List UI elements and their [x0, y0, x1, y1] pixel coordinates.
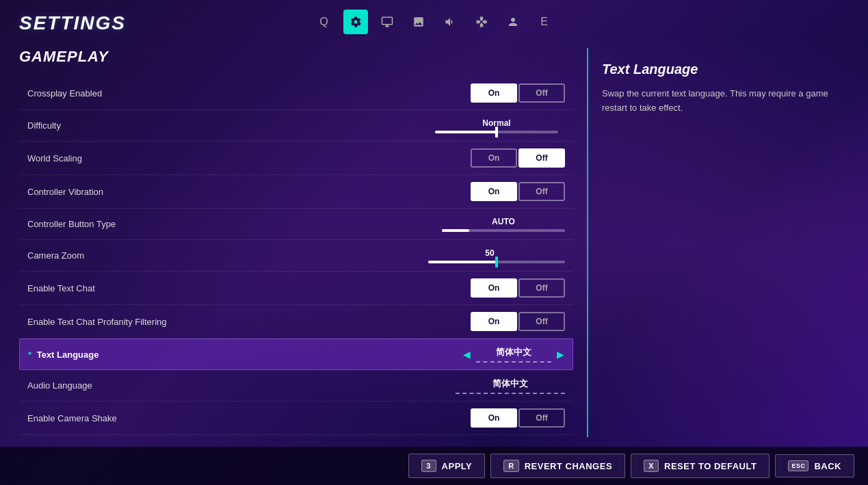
crossplay-on-btn[interactable]: On — [471, 83, 517, 103]
setting-row-text-language[interactable]: * Text Language ◀ 简体中文 ▶ — [19, 339, 573, 370]
back-button[interactable]: ESC Back — [775, 454, 854, 477]
toggle-profanity: On Off — [471, 312, 565, 331]
label-difficulty: Difficulty — [27, 120, 61, 131]
setting-row-profanity: Enable Text Chat Profanity Filtering On … — [19, 305, 573, 339]
nav-icon-monitor[interactable] — [375, 10, 399, 34]
camera-zoom-track — [428, 261, 565, 263]
setting-row-difficulty: Difficulty Normal — [19, 110, 573, 142]
setting-row-analytics: Enable Analytics On Off — [19, 435, 573, 437]
setting-row-camera-zoom: Camera Zoom 50 — [19, 240, 573, 272]
setting-row-controller-btn-type: Controller Button Type AUTO — [19, 209, 573, 240]
label-text-language: * Text Language — [28, 350, 98, 360]
nav-icon-e[interactable]: E — [532, 10, 557, 34]
nav-icon-image[interactable] — [406, 10, 431, 34]
label-profanity: Enable Text Chat Profanity Filtering — [27, 317, 167, 327]
crossplay-off-btn[interactable]: Off — [518, 83, 565, 103]
difficulty-fill — [435, 131, 497, 133]
setting-row-crossplay: Crossplay Enabled On Off — [19, 77, 573, 110]
label-world-scaling: World Scaling — [27, 153, 82, 163]
bottom-bar: 3 Apply R Revert Changes X Reset To Defa… — [0, 447, 868, 485]
lang-selector-text: ◀ 简体中文 ▶ — [463, 346, 564, 363]
lang-next-btn[interactable]: ▶ — [557, 349, 564, 360]
setting-row-text-chat: Enable Text Chat On Off — [19, 272, 573, 305]
controller-vibration-off-btn[interactable]: Off — [518, 182, 565, 201]
reset-button[interactable]: X Reset To Default — [631, 454, 770, 478]
text-chat-on-btn[interactable]: On — [471, 278, 517, 298]
left-panel: GAMEPLAY Crossplay Enabled On Off Diffic… — [19, 48, 573, 437]
reset-key: X — [644, 460, 659, 472]
label-audio-language: Audio Language — [27, 380, 92, 391]
label-controller-btn-type: Controller Button Type — [27, 219, 116, 229]
setting-row-controller-vibration: Controller Vibration On Off — [19, 175, 573, 209]
back-key: ESC — [788, 460, 808, 471]
audio-language-value: 简体中文 — [456, 378, 565, 394]
label-camera-zoom: Camera Zoom — [27, 250, 84, 261]
reset-label: Reset To Default — [664, 461, 757, 471]
nav-icon-gear[interactable] — [343, 10, 368, 34]
camera-zoom-thumb — [495, 257, 498, 267]
toggle-text-chat: On Off — [471, 278, 565, 298]
nav-icon-profile[interactable] — [501, 10, 525, 34]
revert-key: R — [503, 460, 518, 472]
difficulty-thumb — [495, 127, 498, 137]
world-scaling-off-btn[interactable]: Off — [518, 148, 565, 168]
panel-divider — [587, 48, 588, 437]
toggle-world-scaling: On Off — [471, 148, 565, 168]
toggle-controller-vibration: On Off — [471, 182, 565, 201]
lang-prev-btn[interactable]: ◀ — [463, 349, 471, 360]
info-title: Text Language — [602, 62, 849, 77]
section-title: GAMEPLAY — [19, 48, 573, 66]
apply-button[interactable]: 3 Apply — [408, 454, 486, 478]
right-panel: Text Language Swap the current text lang… — [602, 48, 849, 437]
asterisk-icon: * — [28, 350, 34, 360]
nav-icon-controller[interactable] — [469, 10, 494, 34]
main-content: GAMEPLAY Crossplay Enabled On Off Diffic… — [19, 48, 849, 437]
settings-list: Crossplay Enabled On Off Difficulty Norm… — [19, 77, 573, 437]
revert-label: Revert Changes — [525, 461, 612, 471]
nav-icon-audio[interactable] — [438, 10, 462, 34]
apply-key: 3 — [421, 460, 436, 472]
label-text-chat: Enable Text Chat — [27, 283, 95, 293]
top-nav: Q E — [312, 10, 557, 34]
camera-zoom-value: 50 — [485, 248, 494, 258]
world-scaling-on-btn[interactable]: On — [471, 148, 517, 168]
camera-shake-on-btn[interactable]: On — [471, 408, 517, 428]
controller-vibration-on-btn[interactable]: On — [471, 182, 517, 201]
toggle-crossplay: On Off — [471, 83, 565, 103]
auto-value: AUTO — [492, 217, 515, 226]
slider-auto[interactable]: AUTO — [442, 217, 565, 232]
setting-row-audio-language: Audio Language 简体中文 — [19, 370, 573, 402]
info-description: Swap the current text language. This may… — [602, 87, 849, 116]
auto-track — [442, 229, 565, 232]
setting-row-camera-shake: Enable Camera Shake On Off — [19, 402, 573, 435]
profanity-off-btn[interactable]: Off — [518, 312, 565, 331]
label-crossplay: Crossplay Enabled — [27, 88, 102, 99]
revert-button[interactable]: R Revert Changes — [490, 454, 625, 478]
page-title: SETTINGS — [19, 12, 126, 34]
profanity-on-btn[interactable]: On — [471, 312, 517, 331]
text-language-value: 简体中文 — [476, 346, 551, 363]
apply-label: Apply — [442, 461, 473, 471]
text-chat-off-btn[interactable]: Off — [518, 278, 565, 298]
camera-zoom-fill — [428, 261, 497, 263]
back-label: Back — [814, 461, 841, 471]
slider-difficulty[interactable]: Normal — [428, 118, 565, 133]
label-camera-shake: Enable Camera Shake — [27, 413, 117, 423]
auto-fill — [442, 229, 469, 232]
difficulty-track — [435, 131, 558, 133]
label-controller-vibration: Controller Vibration — [27, 187, 103, 197]
nav-icon-quick[interactable]: Q — [312, 10, 337, 34]
toggle-camera-shake: On Off — [471, 408, 565, 428]
camera-zoom-container[interactable]: 50 — [415, 248, 565, 263]
setting-row-world-scaling: World Scaling On Off — [19, 142, 573, 175]
camera-shake-off-btn[interactable]: Off — [518, 408, 565, 428]
